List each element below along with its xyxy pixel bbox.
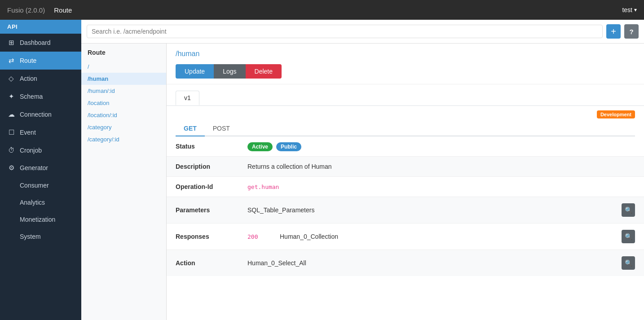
action-label: Action (167, 250, 238, 276)
sidebar-item-label: System (20, 233, 41, 240)
delete-button[interactable]: Delete (246, 64, 282, 79)
main-layout: API ⊞ Dashboard ⇄ Route ◇ Action ✦ Schem… (0, 20, 644, 320)
search-bar: + ? (81, 20, 644, 44)
sidebar-section-api: API (0, 20, 81, 34)
dashboard-icon: ⊞ (7, 39, 15, 47)
status-label: Status (167, 136, 238, 157)
navbar-title: Route (54, 6, 72, 14)
method-tabs: GET POST (176, 121, 635, 136)
content-area: + ? Route / /human /human/:id /location … (81, 20, 644, 320)
route-list-title: Route (81, 49, 166, 61)
route-icon: ⇄ (7, 57, 15, 65)
responses-label: Responses (167, 224, 238, 250)
sidebar-item-system[interactable]: System (0, 228, 81, 245)
cronjob-icon: ⏱ (7, 146, 15, 154)
sidebar-item-dashboard[interactable]: ⊞ Dashboard (0, 34, 81, 52)
active-badge: Active (247, 142, 273, 151)
connection-icon: ☁ (7, 110, 15, 118)
route-list-item[interactable]: /location/:id (81, 109, 166, 121)
route-list-panel: Route / /human /human/:id /location /loc… (81, 44, 167, 320)
route-list-item[interactable]: /category/:id (81, 133, 166, 145)
public-badge: Public (276, 142, 301, 151)
parameters-text: SQL_Table_Parameters (247, 206, 314, 214)
status-row: Status Active Public (167, 136, 644, 157)
detail-table: Status Active Public Description Returns… (167, 136, 644, 276)
description-row: Description Returns a collection of Huma… (167, 157, 644, 177)
user-menu[interactable]: test (622, 6, 637, 13)
route-actions: Update Logs Delete (176, 64, 635, 79)
route-list-item[interactable]: / (81, 61, 166, 73)
sidebar-item-label: Event (20, 129, 36, 136)
route-list-item[interactable]: /category (81, 121, 166, 133)
sidebar-item-analytics[interactable]: Analytics (0, 194, 81, 211)
route-list-item[interactable]: /human (81, 73, 166, 85)
update-button[interactable]: Update (176, 64, 214, 79)
responses-value: 200 Human_0_Collection 🔍 (238, 224, 644, 250)
logs-button[interactable]: Logs (214, 64, 245, 79)
sidebar-item-route[interactable]: ⇄ Route (0, 52, 81, 70)
sidebar-item-label: Route (20, 57, 36, 64)
response-code: 200 (247, 233, 274, 240)
action-icon: ◇ (7, 75, 15, 83)
response-schema: Human_0_Collection (280, 233, 338, 240)
brand-name: Fusio (7, 6, 24, 14)
brand-version: (2.0.0) (26, 6, 45, 14)
split-panel: Route / /human /human/:id /location /loc… (81, 44, 644, 320)
operation-id-value: get.human (238, 177, 644, 197)
sidebar-item-label: Dashboard (20, 39, 51, 46)
sidebar-item-connection[interactable]: ☁ Connection (0, 105, 81, 123)
navbar: Fusio (2.0.0) Route test (0, 0, 644, 20)
method-tab-post[interactable]: POST (205, 121, 238, 136)
sidebar-item-label: Connection (20, 111, 52, 118)
version-tab-v1[interactable]: v1 (176, 91, 199, 105)
description-label: Description (167, 157, 238, 177)
sidebar-item-cronjob[interactable]: ⏱ Cronjob (0, 141, 81, 159)
sidebar-item-label: Analytics (20, 199, 45, 206)
route-path-link[interactable]: /human (176, 50, 199, 57)
sidebar-item-generator[interactable]: ⚙ Generator (0, 159, 81, 177)
sidebar-item-schema[interactable]: ✦ Schema (0, 88, 81, 105)
action-text: Human_0_Select_All (247, 259, 306, 267)
event-icon: ☐ (7, 128, 15, 136)
app-brand: Fusio (2.0.0) (7, 6, 45, 14)
parameters-label: Parameters (167, 197, 238, 224)
sidebar-item-label: Schema (20, 93, 43, 100)
add-route-button[interactable]: + (606, 24, 621, 39)
sidebar-item-action[interactable]: ◇ Action (0, 70, 81, 88)
parameters-search-button[interactable]: 🔍 (622, 203, 635, 217)
sidebar-item-label: Action (20, 75, 37, 82)
sidebar-item-monetization[interactable]: Monetization (0, 211, 81, 228)
environment-badge: Development (597, 110, 635, 118)
route-detail-panel: /human Update Logs Delete v1 (167, 44, 644, 320)
sidebar-item-label: Consumer (20, 182, 49, 189)
sidebar-item-label: Cronjob (20, 147, 42, 154)
search-input[interactable] (87, 25, 603, 38)
action-row: Action Human_0_Select_All 🔍 (167, 250, 644, 276)
schema-icon: ✦ (7, 92, 15, 101)
action-search-button[interactable]: 🔍 (622, 256, 635, 270)
description-value: Returns a collection of Human (238, 157, 644, 177)
operation-id-label: Operation-Id (167, 177, 238, 197)
route-list-item[interactable]: /human/:id (81, 85, 166, 97)
sidebar: API ⊞ Dashboard ⇄ Route ◇ Action ✦ Schem… (0, 20, 81, 320)
responses-search-button[interactable]: 🔍 (622, 230, 635, 243)
method-tab-get[interactable]: GET (176, 121, 205, 136)
operation-id-row: Operation-Id get.human (167, 177, 644, 197)
parameters-value: SQL_Table_Parameters 🔍 (238, 197, 644, 224)
action-value: Human_0_Select_All 🔍 (238, 250, 644, 276)
sidebar-item-label: Monetization (20, 216, 55, 223)
help-button[interactable]: ? (624, 24, 639, 39)
route-header: /human Update Logs Delete (167, 44, 644, 84)
route-list-item[interactable]: /location (81, 97, 166, 109)
sidebar-item-label: Generator (20, 164, 48, 171)
status-value: Active Public (238, 136, 644, 157)
sidebar-item-event[interactable]: ☐ Event (0, 123, 81, 141)
parameters-row: Parameters SQL_Table_Parameters 🔍 (167, 197, 644, 224)
responses-row: Responses 200 Human_0_Collection 🔍 (167, 224, 644, 250)
sidebar-item-consumer[interactable]: Consumer (0, 177, 81, 194)
generator-icon: ⚙ (7, 164, 15, 172)
